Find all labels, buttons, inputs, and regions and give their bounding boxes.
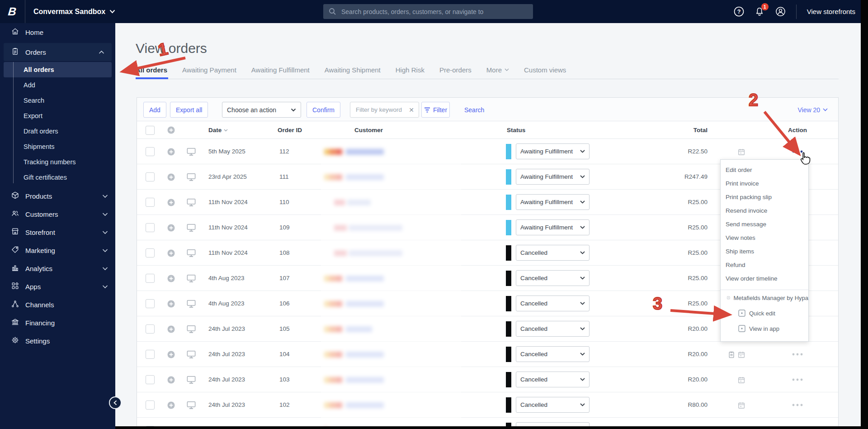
- status-select[interactable]: Cancelled: [516, 270, 590, 286]
- search-link[interactable]: Search: [464, 102, 484, 118]
- sidebar-item-apps[interactable]: Apps: [0, 277, 115, 296]
- row-checkbox[interactable]: [146, 400, 155, 410]
- tab-awaiting-shipment[interactable]: Awaiting Shipment: [325, 66, 381, 74]
- menu-item-resend-invoice[interactable]: Resend invoice: [721, 204, 808, 218]
- tab-high-risk[interactable]: High Risk: [396, 66, 425, 74]
- sidebar-item-analytics[interactable]: Analytics: [0, 259, 115, 277]
- sidebar-item-financing[interactable]: Financing: [0, 314, 115, 332]
- sidebar-item-storefront[interactable]: Storefront: [0, 223, 115, 241]
- row-checkbox[interactable]: [146, 147, 155, 156]
- row-actions-button[interactable]: [790, 350, 805, 359]
- sidebar-item-all-orders[interactable]: All orders: [4, 62, 112, 77]
- account-button[interactable]: [775, 6, 786, 17]
- bigcommerce-logo[interactable]: B: [0, 0, 25, 23]
- row-checkbox[interactable]: [146, 248, 155, 257]
- sidebar-item-shipments[interactable]: Shipments: [4, 139, 112, 154]
- row-checkbox[interactable]: [146, 375, 155, 384]
- menu-item-ship-items[interactable]: Ship items: [721, 245, 808, 258]
- tab-awaiting-payment[interactable]: Awaiting Payment: [182, 66, 236, 74]
- view-storefronts-button[interactable]: View storefronts: [807, 8, 855, 15]
- expand-row-icon[interactable]: [167, 325, 175, 333]
- column-header-status[interactable]: Status: [507, 121, 525, 139]
- expand-row-icon[interactable]: [167, 224, 175, 232]
- store-switcher[interactable]: Convermax Sandbox: [25, 8, 123, 16]
- row-actions-button[interactable]: [790, 375, 805, 384]
- sidebar-item-gift-certificates[interactable]: Gift certificates: [4, 170, 112, 185]
- row-actions-button[interactable]: [790, 147, 805, 156]
- expand-row-icon[interactable]: [167, 300, 175, 308]
- column-header-customer[interactable]: Customer: [354, 121, 383, 139]
- menu-item-view-order-timeline[interactable]: View order timeline: [721, 272, 808, 286]
- calendar-icon[interactable]: [737, 148, 745, 156]
- confirm-button[interactable]: Confirm: [307, 102, 340, 118]
- menu-item-quick-edit[interactable]: Quick edit: [721, 305, 808, 321]
- select-all-checkbox[interactable]: [146, 126, 155, 135]
- sidebar-item-export[interactable]: Export: [4, 108, 112, 124]
- expand-row-icon[interactable]: [167, 351, 175, 358]
- row-checkbox[interactable]: [146, 198, 155, 207]
- menu-item-print-packing-slip[interactable]: Print packing slip: [721, 191, 808, 204]
- row-actions-button[interactable]: [790, 400, 805, 410]
- expand-row-icon[interactable]: [167, 249, 175, 257]
- order-notes-icon[interactable]: [727, 351, 736, 359]
- column-header-order-id[interactable]: Order ID: [278, 121, 302, 139]
- global-search[interactable]: [323, 4, 533, 19]
- calendar-icon[interactable]: [737, 376, 745, 384]
- calendar-icon[interactable]: [737, 401, 745, 410]
- status-select[interactable]: Cancelled: [516, 372, 590, 387]
- status-select[interactable]: Cancelled: [516, 397, 590, 413]
- menu-item-print-invoice[interactable]: Print invoice: [721, 177, 808, 191]
- expand-row-icon[interactable]: [167, 401, 175, 409]
- status-select[interactable]: Cancelled: [516, 321, 590, 337]
- sidebar-item-tracking-numbers[interactable]: Tracking numbers: [4, 154, 112, 170]
- sidebar-item-channels[interactable]: Channels: [0, 296, 115, 314]
- sidebar-item-settings[interactable]: Settings: [0, 332, 115, 350]
- sidebar-item-draft-orders[interactable]: Draft orders: [4, 124, 112, 139]
- notifications-button[interactable]: 1: [755, 6, 765, 17]
- keyword-filter-input[interactable]: [355, 106, 406, 114]
- view-count-select[interactable]: View 20: [797, 102, 828, 118]
- row-checkbox[interactable]: [146, 324, 155, 334]
- sidebar-item-search[interactable]: Search: [4, 93, 112, 108]
- tab-pre-orders[interactable]: Pre-orders: [439, 66, 472, 74]
- status-select[interactable]: Awaiting Fulfillment: [516, 169, 590, 185]
- sidebar-item-add[interactable]: Add: [4, 77, 112, 93]
- expand-row-icon[interactable]: [167, 275, 175, 282]
- tab-awaiting-fulfillment[interactable]: Awaiting Fulfillment: [251, 66, 310, 74]
- global-search-input[interactable]: [340, 8, 528, 16]
- expand-row-icon[interactable]: [167, 148, 175, 156]
- menu-item-view-notes[interactable]: View notes: [721, 231, 808, 245]
- menu-item-refund[interactable]: Refund: [721, 258, 808, 272]
- sidebar-item-marketing[interactable]: Marketing: [0, 241, 115, 259]
- status-select[interactable]: Cancelled: [516, 346, 590, 362]
- row-checkbox[interactable]: [146, 223, 155, 232]
- sidebar-collapse-button[interactable]: [109, 396, 122, 409]
- expand-row-icon[interactable]: [167, 173, 175, 181]
- row-checkbox[interactable]: [146, 299, 155, 308]
- expand-row-icon[interactable]: [167, 199, 175, 206]
- menu-item-view-in-app[interactable]: View in app: [721, 321, 808, 336]
- status-select[interactable]: Awaiting Fulfillment: [516, 219, 590, 235]
- status-select[interactable]: Cancelled: [516, 245, 590, 261]
- column-header-date[interactable]: Date: [208, 121, 228, 139]
- menu-item-metafields-manager-by-hypa[interactable]: Metafields Manager by Hypa: [721, 290, 808, 305]
- expand-all-icon[interactable]: [167, 126, 175, 134]
- sidebar-item-customers[interactable]: Customers: [0, 205, 115, 223]
- column-header-total[interactable]: Total: [693, 121, 708, 139]
- row-checkbox[interactable]: [146, 350, 155, 359]
- menu-item-edit-order[interactable]: Edit order: [721, 163, 808, 177]
- tab-custom-views[interactable]: Custom views: [524, 66, 566, 74]
- tab-more[interactable]: More: [486, 66, 509, 74]
- expand-row-icon[interactable]: [167, 376, 175, 384]
- status-select[interactable]: Cancelled: [516, 296, 590, 311]
- row-checkbox[interactable]: [146, 274, 155, 283]
- help-button[interactable]: ?: [734, 6, 744, 17]
- bulk-action-select[interactable]: Choose an action: [222, 102, 301, 118]
- menu-item-send-message[interactable]: Send message: [721, 218, 808, 231]
- sidebar-item-home[interactable]: Home: [0, 23, 115, 41]
- sidebar-item-products[interactable]: Products: [0, 187, 115, 205]
- status-select[interactable]: Awaiting Fulfillment: [516, 143, 590, 159]
- add-order-button[interactable]: Add: [143, 102, 166, 118]
- status-select[interactable]: Awaiting Fulfillment: [516, 194, 590, 210]
- clear-filter-icon[interactable]: ✕: [409, 107, 414, 113]
